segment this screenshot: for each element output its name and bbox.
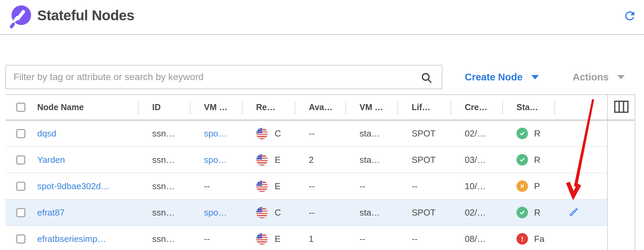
vm-name-cell: spo… xyxy=(190,128,243,139)
region-cell: E xyxy=(243,233,295,245)
row-checkbox[interactable] xyxy=(16,208,25,217)
status-label: R xyxy=(534,128,540,139)
node-name-cell: efratbseriesimp… xyxy=(37,234,139,244)
status-cell: P xyxy=(503,180,555,192)
node-name-cell: Yarden xyxy=(37,155,139,165)
lifecycle-value: -- xyxy=(412,234,417,244)
table-header-row: Node NameIDVM …Re…Ava…VM …Lif…Cre…Sta… xyxy=(5,95,607,121)
lifecycle-cell: -- xyxy=(398,234,451,244)
lifecycle-cell: SPOT xyxy=(398,207,451,218)
node-id: ssn… xyxy=(152,234,175,244)
column-header-vm_name[interactable]: VM … xyxy=(190,95,243,120)
availability-zone-cell: -- xyxy=(295,207,346,218)
row-select-cell xyxy=(5,234,37,244)
column-header-region[interactable]: Re… xyxy=(243,95,295,120)
region-letter: C xyxy=(275,128,281,139)
node-name-link[interactable]: efrat87 xyxy=(37,207,65,218)
search-icon xyxy=(420,71,433,84)
vm-state-value: sta… xyxy=(360,155,380,165)
created-cell: 02/… xyxy=(451,128,503,139)
status-label: P xyxy=(534,181,540,192)
node-name-link[interactable]: Yarden xyxy=(37,155,65,165)
az-value: -- xyxy=(309,181,315,192)
status-label: R xyxy=(534,155,540,165)
column-picker-icon xyxy=(614,100,629,114)
create-node-button[interactable]: Create Node xyxy=(465,65,539,89)
table-row-Yarden: Yardenssn…spo…E2sta…SPOT03/…R xyxy=(5,147,607,173)
vm-state-cell: sta… xyxy=(346,128,398,139)
nodes-table: Node NameIDVM …Re…Ava…VM …Lif…Cre…Sta…dq… xyxy=(5,95,607,250)
refresh-icon xyxy=(623,19,637,24)
node-name-link[interactable]: efratbseriesimp… xyxy=(37,234,106,244)
created-value: 03/… xyxy=(465,155,486,165)
table-row-dqsd: dqsdssn…spo…C--sta…SPOT02/…R xyxy=(5,121,607,147)
vm-name-empty: -- xyxy=(204,181,210,192)
column-header-edit xyxy=(555,95,607,120)
node-name-link[interactable]: dqsd xyxy=(37,128,56,139)
az-value: 1 xyxy=(309,234,314,244)
vm-name-link[interactable]: spo… xyxy=(204,128,227,139)
us-flag-icon xyxy=(256,207,268,219)
node-name-link[interactable]: spot-9dbae302d… xyxy=(37,181,110,192)
us-flag-icon xyxy=(256,233,268,245)
column-header-created[interactable]: Cre… xyxy=(451,95,503,120)
select-all-checkbox[interactable] xyxy=(16,103,25,112)
caret-down-icon xyxy=(617,75,625,79)
az-value: 2 xyxy=(309,155,314,165)
filter-input[interactable] xyxy=(6,66,442,89)
row-select-cell xyxy=(5,155,37,165)
column-header-lifecycle[interactable]: Lif… xyxy=(398,95,451,120)
row-checkbox[interactable] xyxy=(16,182,25,191)
column-header-name[interactable]: Node Name xyxy=(37,95,139,120)
row-checkbox[interactable] xyxy=(16,234,25,244)
spot-logo xyxy=(9,5,32,30)
us-flag-icon xyxy=(256,180,268,192)
vm-state-value: sta… xyxy=(360,207,380,218)
lifecycle-cell: SPOT xyxy=(398,155,451,165)
row-select-cell xyxy=(5,208,37,217)
filter-box xyxy=(5,65,442,89)
node-id: ssn… xyxy=(152,155,175,165)
region-cell: C xyxy=(243,128,295,140)
vm-name-cell: spo… xyxy=(190,207,243,218)
check-circle-icon xyxy=(516,128,528,139)
vm-name-link[interactable]: spo… xyxy=(204,207,227,218)
vm-state-value: -- xyxy=(360,181,365,192)
column-picker-header-cell xyxy=(608,95,635,121)
vm-state-value: -- xyxy=(360,234,365,244)
vm-name-cell: spo… xyxy=(190,155,243,165)
vm-state-cell: -- xyxy=(346,181,398,192)
status-cell: R xyxy=(503,207,555,218)
region-cell: C xyxy=(243,207,295,219)
table-row-efrat87: efrat87ssn…spo…C--sta…SPOT02/…R xyxy=(5,200,607,226)
created-value: 02/… xyxy=(465,207,486,218)
actions-label: Actions xyxy=(573,72,608,83)
region-cell: E xyxy=(243,154,295,166)
region-letter: C xyxy=(275,207,281,218)
lifecycle-cell: -- xyxy=(398,181,451,192)
region-letter: E xyxy=(275,155,280,165)
column-header-az[interactable]: Ava… xyxy=(295,95,346,120)
node-id-cell: ssn… xyxy=(139,181,190,192)
vm-name-empty: -- xyxy=(204,234,210,244)
node-name-cell: efrat87 xyxy=(37,207,139,218)
column-picker-button[interactable] xyxy=(614,100,629,114)
check-circle-icon xyxy=(516,207,528,218)
actions-button[interactable]: Actions xyxy=(573,65,625,89)
availability-zone-cell: 2 xyxy=(295,155,346,165)
column-header-status[interactable]: Sta… xyxy=(503,95,555,120)
column-header-vm_state[interactable]: VM … xyxy=(346,95,398,120)
node-id-cell: ssn… xyxy=(139,155,190,165)
created-value: 08/… xyxy=(465,234,486,244)
pencil-icon xyxy=(569,207,579,218)
edit-node-button[interactable] xyxy=(569,207,579,218)
column-header-id[interactable]: ID xyxy=(139,95,190,120)
vm-name-link[interactable]: spo… xyxy=(204,155,227,165)
row-checkbox[interactable] xyxy=(16,155,25,165)
created-value: 10/… xyxy=(465,181,486,192)
table-row-spot-9dbae302d-: spot-9dbae302d…ssn…--E------10/…P xyxy=(5,173,607,200)
refresh-button[interactable] xyxy=(622,9,637,24)
lifecycle-value: -- xyxy=(412,181,417,192)
select-all-cell xyxy=(5,95,37,120)
row-checkbox[interactable] xyxy=(16,129,25,138)
